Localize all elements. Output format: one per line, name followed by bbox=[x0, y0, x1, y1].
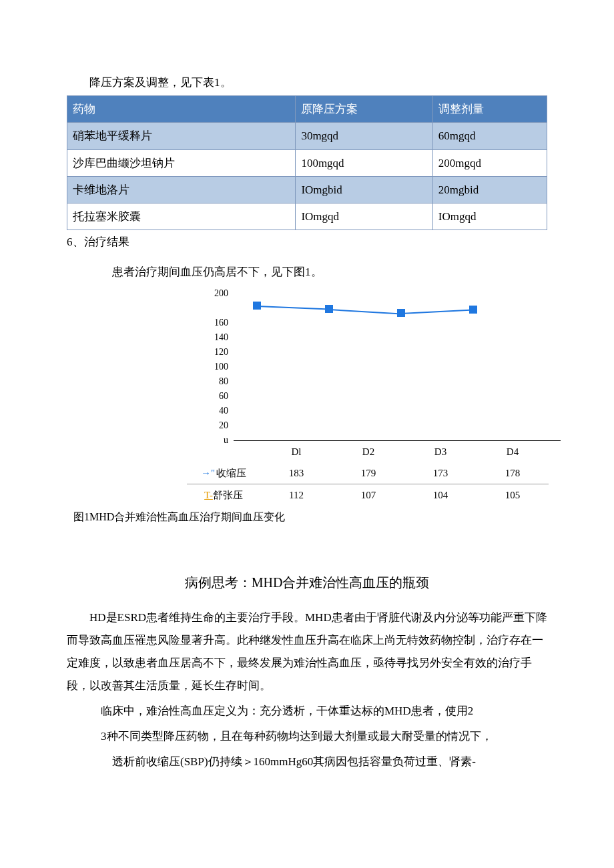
table-row: 硝苯地平缓释片 30mgqd 60mgqd bbox=[67, 123, 547, 149]
bp-chart: 20016014012010080604020u Dl D2 D3 D4 收缩压… bbox=[187, 294, 561, 506]
paragraph: 透析前收缩压(SBP)仍持续＞160mmHg60其病因包括容量负荷过重、肾素- bbox=[67, 751, 547, 773]
table-intro: 降压方案及调整，见下表1。 bbox=[67, 73, 547, 91]
th-drug: 药物 bbox=[67, 96, 296, 123]
table-row: 托拉塞米胶囊 IOmgqd IOmgqd bbox=[67, 203, 547, 230]
medication-table: 药物 原降压方案 调整剂量 硝苯地平缓释片 30mgqd 60mgqd 沙库巴曲… bbox=[67, 95, 547, 230]
th-adj: 调整剂量 bbox=[432, 96, 547, 123]
figure-caption: 图1MHD合并难治性高血压治疗期间血压变化 bbox=[73, 508, 547, 526]
paragraph: 临床中，难治性高血压定义为：充分透析，干体重达标的MHD患者，使用2 bbox=[67, 700, 547, 723]
paragraph: 3种不同类型降压药物，且在每种药物均达到最大剂量或最大耐受量的情况下， bbox=[67, 725, 547, 748]
case-title: 病例思考：MHD合并难治性高血压的瓶颈 bbox=[67, 572, 547, 593]
legend-systolic bbox=[201, 468, 216, 478]
plot-area: 20016014012010080604020u bbox=[234, 294, 561, 441]
paragraph: HD是ESRD患者维持生命的主要治疗手段。MHD患者由于肾脏代谢及内分泌等功能严… bbox=[67, 606, 547, 697]
chart-data-table: Dl D2 D3 D4 收缩压 183 179 173 178 T-舒张压 11… bbox=[187, 441, 549, 506]
table-row: 沙库巴曲缬沙坦钠片 100mgqd 200mgqd bbox=[67, 149, 547, 176]
table-row: 卡维地洛片 IOmgbid 20mgbid bbox=[67, 176, 547, 203]
section-6-label: 6、治疗结果 bbox=[67, 233, 547, 251]
result-summary: 患者治疗期间血压仍高居不下，见下图1。 bbox=[67, 263, 547, 281]
legend-diastolic: T- bbox=[204, 490, 213, 500]
th-orig: 原降压方案 bbox=[296, 96, 432, 123]
